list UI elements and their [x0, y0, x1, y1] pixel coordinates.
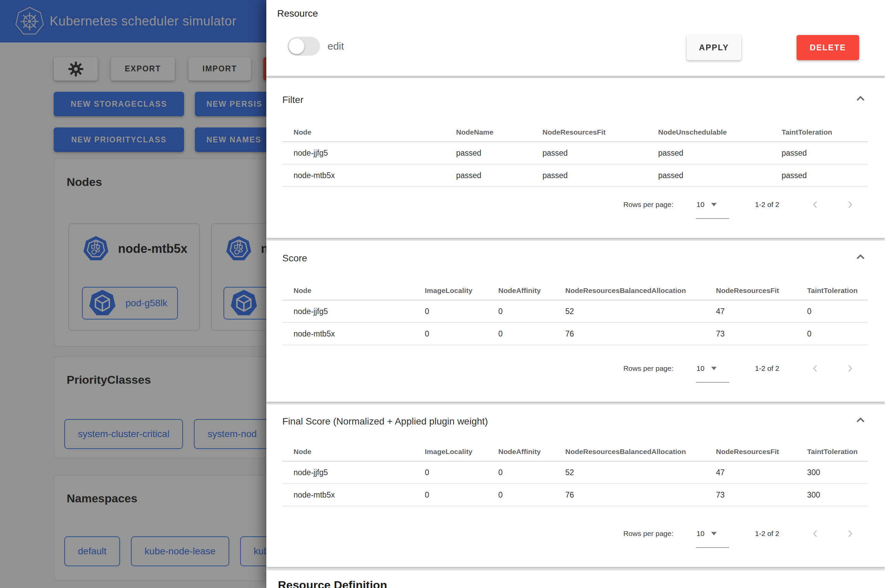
table-cell: 76: [565, 329, 716, 339]
table-row: node-jjfg5passedpassedpassedpassed: [282, 142, 868, 165]
column-header: TaintToleration: [807, 448, 868, 456]
table-cell: 0: [498, 329, 565, 339]
table-cell: 73: [716, 490, 807, 500]
table-header-row: NodeImageLocalityNodeAffinityNodeResourc…: [282, 442, 868, 462]
table-cell: 300: [807, 468, 868, 477]
triangle-down-icon: [711, 532, 717, 536]
rows-per-page-select[interactable]: 10: [697, 364, 729, 372]
page-range-text: 1-2 of 2: [755, 364, 779, 372]
section-gap: [266, 402, 885, 405]
filter-section-title: Filter: [282, 94, 885, 105]
edit-toggle-label: edit: [328, 40, 344, 52]
delete-button[interactable]: DELETE: [796, 35, 859, 60]
collapse-chevron-icon[interactable]: [854, 413, 867, 427]
table-cell: passed: [658, 171, 781, 180]
rows-per-page-select[interactable]: 10: [697, 530, 729, 538]
apply-button[interactable]: APPLY: [687, 35, 741, 60]
rows-per-page-label: Rows per page:: [624, 364, 673, 372]
table-cell: 0: [807, 329, 868, 339]
table-cell: 0: [498, 468, 565, 477]
table-cell: 0: [425, 329, 498, 339]
table-cell: 47: [716, 307, 807, 316]
column-header: NodeName: [456, 128, 542, 136]
next-page-button[interactable]: [844, 528, 856, 540]
collapse-chevron-icon[interactable]: [854, 92, 867, 105]
table-cell: 0: [425, 307, 498, 316]
next-page-button[interactable]: [844, 198, 856, 211]
column-header: NodeAffinity: [498, 448, 565, 456]
rows-per-page-select[interactable]: 10: [697, 201, 729, 209]
next-page-button[interactable]: [844, 362, 856, 375]
table-cell: 47: [716, 468, 807, 477]
collapse-chevron-icon[interactable]: [854, 250, 867, 264]
filter-table: NodeNodeNameNodeResourcesFitNodeUnschedu…: [282, 123, 868, 187]
score-section-title: Score: [282, 253, 885, 264]
prev-page-button[interactable]: [809, 362, 821, 375]
final-score-section-title: Final Score (Normalized + Applied plugin…: [282, 416, 885, 427]
column-header: NodeAffinity: [498, 286, 565, 295]
table-cell: node-mtb5x: [282, 329, 425, 339]
column-header: NodeUnschedulable: [658, 128, 781, 136]
score-section: Score NodeImageLocalityNodeAffinityNodeR…: [266, 241, 885, 402]
prev-page-button[interactable]: [809, 198, 821, 211]
table-row: node-mtb5xpassedpassedpassedpassed: [282, 165, 868, 187]
page-range-text: 1-2 of 2: [755, 201, 779, 209]
column-header: ImageLocality: [425, 286, 498, 295]
table-cell: passed: [781, 148, 868, 158]
edit-toggle[interactable]: [287, 37, 320, 56]
table-cell: node-mtb5x: [282, 171, 456, 180]
filter-section: Filter NodeNodeNameNodeResourcesFitNodeU…: [266, 78, 885, 238]
table-cell: 73: [716, 329, 807, 339]
final-score-table: NodeImageLocalityNodeAffinityNodeResourc…: [282, 442, 868, 506]
triangle-down-icon: [711, 203, 717, 206]
table-cell: node-jjfg5: [282, 468, 425, 477]
column-header: Node: [282, 286, 425, 295]
rows-per-page-label: Rows per page:: [624, 530, 673, 538]
column-header: NodeResourcesBalancedAllocation: [565, 286, 716, 295]
resource-definition-section: Resource Definition: [266, 570, 885, 588]
table-cell: 300: [807, 490, 868, 500]
column-header: NodeResourcesFit: [716, 448, 807, 456]
table-row: node-jjfg5005247300: [282, 462, 868, 484]
column-header: Node: [282, 128, 456, 136]
table-cell: 52: [565, 307, 716, 316]
edit-toggle-thumb: [289, 38, 304, 54]
table-cell: 0: [807, 307, 868, 316]
table-cell: passed: [456, 171, 542, 180]
table-cell: node-jjfg5: [282, 307, 425, 316]
triangle-down-icon: [711, 367, 717, 370]
filter-pagination: Rows per page: 10 1-2 of 2: [624, 198, 856, 211]
final-score-section: Final Score (Normalized + Applied plugin…: [266, 405, 885, 567]
drawer-title: Resource: [277, 8, 318, 19]
table-cell: passed: [781, 171, 868, 180]
resource-drawer: Resource edit APPLY DELETE Filter NodeNo…: [266, 0, 885, 588]
section-gap: [266, 567, 885, 570]
table-cell: passed: [456, 148, 542, 158]
table-cell: node-jjfg5: [282, 148, 456, 158]
score-table: NodeImageLocalityNodeAffinityNodeResourc…: [282, 281, 868, 345]
column-header: Node: [282, 448, 425, 456]
table-cell: passed: [658, 148, 781, 158]
table-row: node-jjfg50052470: [282, 300, 868, 323]
column-header: NodeResourcesFit: [542, 128, 658, 136]
page-range-text: 1-2 of 2: [755, 530, 779, 538]
final-score-pagination: Rows per page: 10 1-2 of 2: [624, 528, 856, 540]
table-row: node-mtb5x007673300: [282, 484, 868, 506]
table-row: node-mtb5x0076730: [282, 323, 868, 345]
column-header: ImageLocality: [425, 448, 498, 456]
table-cell: 76: [565, 490, 716, 500]
table-cell: 52: [565, 468, 716, 477]
table-header-row: NodeNodeNameNodeResourcesFitNodeUnschedu…: [282, 123, 868, 142]
table-cell: passed: [542, 171, 658, 180]
rows-per-page-label: Rows per page:: [624, 201, 673, 209]
table-cell: 0: [498, 490, 565, 500]
section-gap: [266, 238, 885, 241]
table-cell: node-mtb5x: [282, 490, 425, 500]
column-header: TaintToleration: [781, 128, 868, 136]
prev-page-button[interactable]: [809, 528, 821, 540]
table-cell: 0: [425, 490, 498, 500]
column-header: TaintToleration: [807, 286, 868, 295]
score-pagination: Rows per page: 10 1-2 of 2: [624, 362, 856, 375]
column-header: NodeResourcesFit: [716, 286, 807, 295]
table-cell: passed: [542, 148, 658, 158]
